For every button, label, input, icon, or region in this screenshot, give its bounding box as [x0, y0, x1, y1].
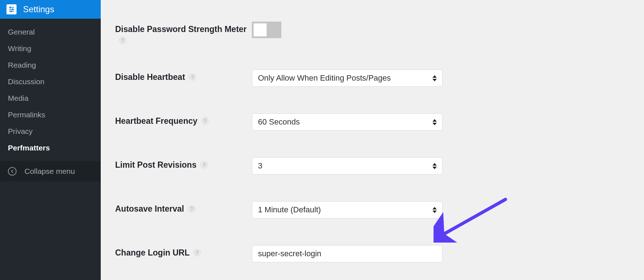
sidebar-item-writing[interactable]: Writing: [0, 40, 101, 57]
sidebar-header-settings[interactable]: Settings: [0, 0, 101, 19]
sidebar-item-reading[interactable]: Reading: [0, 57, 101, 73]
svg-rect-3: [12, 8, 13, 10]
settings-sliders-icon: [6, 4, 17, 14]
help-icon[interactable]: ?: [119, 36, 127, 44]
select-value: 60 Seconds: [258, 117, 300, 127]
sidebar-items: General Writing Reading Discussion Media…: [0, 19, 101, 161]
input-value: super-secret-login: [258, 249, 321, 258]
help-icon[interactable]: ?: [201, 117, 209, 125]
select-value: 1 Minute (Default): [258, 205, 321, 214]
chevron-updown-icon: [431, 119, 438, 125]
svg-rect-2: [9, 9, 14, 10]
label-disable-password-meter: Disable Password Strength Meter ?: [115, 22, 252, 43]
label-heartbeat-frequency: Heartbeat Frequency ?: [115, 113, 252, 127]
collapse-menu-button[interactable]: Collapse menu: [0, 161, 101, 181]
chevron-updown-icon: [431, 75, 438, 81]
label-autosave-interval: Autosave Interval ?: [115, 201, 252, 214]
svg-rect-0: [9, 7, 14, 8]
svg-rect-5: [10, 10, 12, 12]
chevron-updown-icon: [431, 207, 438, 213]
row-change-login-url: Change Login URL ? super-secret-login: [115, 245, 630, 262]
row-limit-post-revisions: Limit Post Revisions ? 3: [115, 157, 630, 175]
collapse-menu-label: Collapse menu: [24, 167, 75, 176]
select-heartbeat-frequency[interactable]: 60 Seconds: [252, 113, 443, 131]
settings-form: Disable Password Strength Meter ? Disabl…: [101, 0, 644, 280]
toggle-knob: [254, 23, 267, 36]
select-autosave-interval[interactable]: 1 Minute (Default): [252, 201, 443, 218]
sidebar-item-discussion[interactable]: Discussion: [0, 73, 101, 90]
label-limit-post-revisions: Limit Post Revisions ?: [115, 157, 252, 171]
help-icon[interactable]: ?: [200, 161, 208, 169]
sidebar-item-privacy[interactable]: Privacy: [0, 123, 101, 140]
row-disable-password-meter: Disable Password Strength Meter ?: [115, 22, 630, 43]
sidebar-header-label: Settings: [23, 4, 54, 14]
collapse-arrow-icon: [8, 167, 17, 176]
help-icon[interactable]: ?: [189, 73, 196, 81]
help-icon[interactable]: ?: [188, 205, 196, 213]
sidebar-item-permalinks[interactable]: Permalinks: [0, 107, 101, 123]
admin-sidebar: Settings General Writing Reading Discuss…: [0, 0, 101, 280]
input-change-login-url[interactable]: super-secret-login: [252, 245, 443, 262]
select-value: Only Allow When Editing Posts/Pages: [258, 73, 391, 83]
svg-rect-1: [10, 6, 11, 8]
sidebar-item-perfmatters[interactable]: Perfmatters: [0, 140, 101, 156]
chevron-updown-icon: [431, 163, 438, 169]
row-autosave-interval: Autosave Interval ? 1 Minute (Default): [115, 201, 630, 218]
row-heartbeat-frequency: Heartbeat Frequency ? 60 Seconds: [115, 113, 630, 131]
select-limit-post-revisions[interactable]: 3: [252, 157, 443, 175]
label-disable-heartbeat: Disable Heartbeat ?: [115, 69, 252, 83]
sidebar-item-general[interactable]: General: [0, 24, 101, 40]
row-disable-heartbeat: Disable Heartbeat ? Only Allow When Edit…: [115, 69, 630, 87]
label-change-login-url: Change Login URL ?: [115, 245, 252, 258]
select-disable-heartbeat[interactable]: Only Allow When Editing Posts/Pages: [252, 69, 443, 87]
toggle-disable-password-meter[interactable]: [252, 22, 281, 38]
sidebar-item-media[interactable]: Media: [0, 90, 101, 107]
select-value: 3: [258, 161, 262, 171]
help-icon[interactable]: ?: [193, 249, 201, 257]
